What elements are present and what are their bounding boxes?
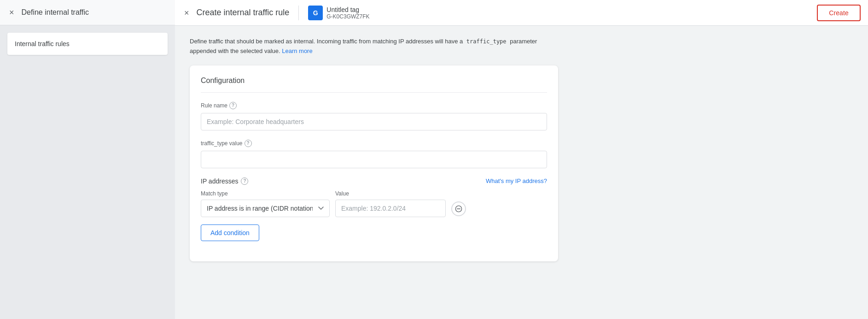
description-text-part1: Define traffic that should be marked as … <box>190 38 465 45</box>
top-bar: × Create internal traffic rule G Untitle… <box>175 0 868 26</box>
internal-traffic-rules-label: Internal traffic rules <box>15 40 70 47</box>
learn-more-link[interactable]: Learn more <box>282 47 312 54</box>
top-bar-tag: G Untitled tag G-K0C3GWZ7FK <box>308 6 369 20</box>
match-type-select[interactable]: IP address is in range (CIDR notation)IP… <box>201 200 330 217</box>
traffic-type-group: traffic_type value ? internal <box>201 140 547 168</box>
ip-value-input[interactable] <box>335 200 446 217</box>
rule-name-label: Rule name ? <box>201 102 547 109</box>
ip-addresses-help-icon[interactable]: ? <box>241 177 248 185</box>
description-text: Define traffic that should be marked as … <box>190 37 558 56</box>
match-type-col: Match type IP address is in range (CIDR … <box>201 190 330 217</box>
left-panel-body: Internal traffic rules <box>0 25 175 62</box>
left-panel: × Define internal traffic Internal traff… <box>0 0 175 319</box>
tag-id: G-K0C3GWZ7FK <box>326 13 369 20</box>
traffic-type-help-icon[interactable]: ? <box>245 140 252 147</box>
content-area: Define traffic that should be marked as … <box>175 26 868 319</box>
top-bar-divider <box>298 6 299 20</box>
top-bar-title: Create internal traffic rule <box>197 8 290 18</box>
ip-addresses-group: IP addresses ? What's my IP address? Mat… <box>201 177 547 241</box>
whats-my-ip-link[interactable]: What's my IP address? <box>486 177 547 184</box>
right-panel: × Create internal traffic rule G Untitle… <box>175 0 868 319</box>
traffic-type-label: traffic_type value ? <box>201 140 547 147</box>
config-card-title: Configuration <box>201 77 547 93</box>
remove-ip-row-button[interactable] <box>451 201 466 216</box>
rule-name-input[interactable] <box>201 113 547 130</box>
left-panel-header: × Define internal traffic <box>0 0 175 25</box>
rule-name-help-icon[interactable]: ? <box>229 102 237 109</box>
add-condition-button[interactable]: Add condition <box>201 224 259 241</box>
tag-icon: G <box>308 6 323 20</box>
traffic-type-input[interactable]: internal <box>201 151 547 168</box>
match-type-col-label: Match type <box>201 190 330 197</box>
ip-row: Match type IP address is in range (CIDR … <box>201 190 547 217</box>
ip-section-header: IP addresses ? What's my IP address? <box>201 177 547 185</box>
value-col-label: Value <box>335 190 446 197</box>
minus-circle-icon <box>455 205 462 213</box>
ip-section-label: IP addresses ? <box>201 177 248 185</box>
left-panel-title: Define internal traffic <box>22 8 89 17</box>
value-col: Value <box>335 190 446 217</box>
top-bar-close-button[interactable]: × <box>182 7 191 19</box>
left-panel-close-button[interactable]: × <box>7 6 16 18</box>
tag-info: Untitled tag G-K0C3GWZ7FK <box>326 6 369 20</box>
internal-traffic-rules-card: Internal traffic rules <box>7 33 168 55</box>
create-button[interactable]: Create <box>817 5 861 21</box>
rule-name-group: Rule name ? <box>201 102 547 130</box>
top-bar-left: × Create internal traffic rule G Untitle… <box>182 6 370 20</box>
description-code: traffic_type <box>465 38 508 45</box>
tag-name: Untitled tag <box>326 6 369 13</box>
configuration-card: Configuration Rule name ? traffic_type v… <box>190 65 558 261</box>
